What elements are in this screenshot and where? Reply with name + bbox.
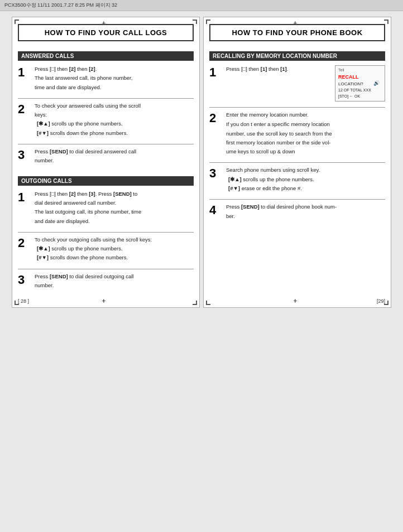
right-step-3-content: Search phone numbers using scroll key. [… bbox=[226, 166, 385, 194]
right-step-1: 1 Press [□] then [1] then [1]. Tell RECA… bbox=[209, 65, 385, 101]
step-2-line-4: [#▼] scrolls down the phone numbers. bbox=[37, 129, 194, 137]
right-step-3-line-2: [✱▲] scrolls up the phone numbers. bbox=[228, 176, 385, 183]
right-step-3-line-3: [#▼] erase or edit the phone #. bbox=[228, 185, 385, 192]
step-number-1: 1 bbox=[18, 66, 30, 79]
right-corner-tr bbox=[384, 20, 388, 24]
step-1-line-3: time and date are displayed. bbox=[35, 84, 194, 91]
step-2-content: To check your answered calls using the s… bbox=[35, 102, 194, 138]
right-page-number: [29] bbox=[377, 298, 385, 304]
out-step-2-content: To check your outgoing calls using the s… bbox=[35, 236, 194, 263]
right-corner-bl bbox=[206, 301, 210, 305]
right-step-2-line-2: If you don t enter a specific memory loc… bbox=[226, 120, 385, 128]
right-step-1-content: Press [□] then [1] then [1]. Tell RECALL… bbox=[226, 65, 385, 101]
step-3-content: Press [SEND] to dial desired answered ca… bbox=[35, 148, 194, 166]
out-step-3-line-2: number. bbox=[35, 282, 194, 289]
section-recalling-header: RECALLING BY MEMORY LOCATION NUMBER bbox=[209, 51, 385, 61]
display-line-4: 12 OF TOTAL XXX bbox=[338, 88, 371, 94]
right-step-4-line-1: Press [SEND] to dial desired phone book … bbox=[226, 203, 385, 210]
right-step-3-line-1: Search phone numbers using scroll key. bbox=[226, 166, 385, 173]
step-2-line-1: To check your answered calls using the s… bbox=[35, 102, 194, 109]
step-3-line-1: Press [SEND] to dial desired answered ca… bbox=[35, 148, 194, 155]
right-step-1-inner: Press [□] then [1] then [1]. Tell RECALL… bbox=[226, 65, 385, 101]
header-bar: PCX3500수정 11/11 2001.7.27 8:25 PM 페이지 32 bbox=[0, 0, 403, 11]
corner-br bbox=[193, 301, 197, 305]
right-step-number-1: 1 bbox=[209, 66, 222, 79]
right-step-1-line: Press [□] then [1] then [1]. bbox=[226, 65, 332, 72]
out-step-1-line-1: Press [□] then [2] then [3]. Press [SEND… bbox=[35, 190, 194, 197]
out-step-number-2: 2 bbox=[18, 237, 30, 249]
display-line-5: [STO] ← OK bbox=[338, 94, 371, 100]
out-step-1-line-3: The last outgoing call, its phone number… bbox=[35, 208, 194, 215]
crosshair-bottom-left: + bbox=[102, 297, 110, 305]
right-step-2-content: Enter the memory location number. If you… bbox=[226, 111, 385, 157]
right-step-number-3: 3 bbox=[209, 167, 222, 180]
display-icon: 🔊 bbox=[373, 80, 380, 88]
left-step-3: 3 Press [SEND] to dial desired answered … bbox=[18, 148, 194, 166]
corner-tl bbox=[15, 20, 19, 24]
step-number-3: 3 bbox=[18, 149, 30, 161]
header-text: PCX3500수정 11/11 2001.7.27 8:25 PM 페이지 32 bbox=[4, 2, 117, 8]
right-step-4: 4 Press [SEND] to dial desired phone boo… bbox=[209, 203, 385, 221]
out-step-2-line-1: To check your outgoing calls using the s… bbox=[35, 236, 194, 243]
out-step-2-line-3: [#▼] scrolls down the phone numbers. bbox=[37, 254, 194, 261]
pages-container: + HOW TO FIND YOUR CALL LOGS ANSWERED CA… bbox=[12, 17, 391, 308]
out-step-3-content: Press [SEND] to dial desired outgoing ca… bbox=[35, 273, 194, 291]
right-step-2-line-4: first memory location number or the side… bbox=[226, 139, 385, 146]
display-line-2: RECALL bbox=[338, 74, 371, 81]
left-page-number: [ 28 ] bbox=[18, 298, 29, 304]
step-2-line-2: keys: bbox=[35, 111, 194, 118]
out-step-1-line-4: and date are displayed. bbox=[35, 217, 194, 225]
right-step-2-line-1: Enter the memory location number. bbox=[226, 111, 385, 118]
display-line-3: LOCATION? bbox=[338, 81, 371, 88]
out-step-number-1: 1 bbox=[18, 191, 30, 204]
right-step-2-line-5: ume keys to scroll up & down bbox=[226, 148, 385, 155]
corner-tr bbox=[193, 20, 197, 24]
right-corner-tl bbox=[206, 20, 210, 24]
left-out-step-1: 1 Press [□] then [2] then [3]. Press [SE… bbox=[18, 190, 194, 226]
right-step-2: 2 Enter the memory location number. If y… bbox=[209, 111, 385, 157]
step-1-content: Press [□] then [2] then [2]. The last an… bbox=[35, 65, 194, 93]
right-step-4-content: Press [SEND] to dial desired phone book … bbox=[226, 203, 385, 221]
step-1-line-1: Press [□] then [2] then [2]. bbox=[35, 65, 194, 72]
crosshair-top-left: + bbox=[102, 20, 110, 27]
display-content: Tell RECALL LOCATION? 12 OF TOTAL XXX [S… bbox=[338, 67, 371, 99]
right-page: + HOW TO FIND YOUR PHONE BOOK RECALLING … bbox=[203, 17, 391, 308]
out-step-1-line-2: dial desired answered call number. bbox=[35, 199, 194, 206]
step-3-line-2: number. bbox=[35, 157, 194, 164]
left-out-step-2: 2 To check your outgoing calls using the… bbox=[18, 236, 194, 263]
right-step-number-2: 2 bbox=[209, 112, 222, 124]
out-step-3-line-1: Press [SEND] to dial desired outgoing ca… bbox=[35, 273, 194, 280]
section-answered-calls-header: ANSWERED CALLS bbox=[18, 51, 194, 61]
left-step-1: 1 Press [□] then [2] then [2]. The last … bbox=[18, 65, 194, 93]
crosshair-bottom-right: + bbox=[294, 297, 301, 305]
step-2-line-3: [✱▲] scrolls up the phone numbers. bbox=[37, 120, 194, 127]
display-line-1: Tell bbox=[338, 67, 371, 74]
step-number-2: 2 bbox=[18, 103, 30, 115]
phone-display: Tell RECALL LOCATION? 12 OF TOTAL XXX [S… bbox=[335, 65, 385, 101]
right-step-number-4: 4 bbox=[209, 204, 222, 216]
right-step-1-text: Press [□] then [1] then [1]. bbox=[226, 65, 332, 74]
crosshair-top-right: + bbox=[294, 20, 301, 27]
right-step-4-line-2: ber. bbox=[226, 212, 385, 220]
section-outgoing-calls-header: OUTGOING CALLS bbox=[18, 176, 194, 186]
left-out-step-3: 3 Press [SEND] to dial desired outgoing … bbox=[18, 273, 194, 291]
out-step-1-content: Press [□] then [2] then [3]. Press [SEND… bbox=[35, 190, 194, 226]
out-step-number-3: 3 bbox=[18, 274, 30, 286]
left-step-2: 2 To check your answered calls using the… bbox=[18, 102, 194, 138]
out-step-2-line-2: [✱▲] scrolls up the phone numbers. bbox=[37, 245, 194, 252]
step-1-line-2: The last answered call, its phone number… bbox=[35, 74, 194, 81]
right-step-2-line-3: number, use the scroll key to search fro… bbox=[226, 130, 385, 137]
right-step-3: 3 Search phone numbers using scroll key.… bbox=[209, 166, 385, 194]
left-page: + HOW TO FIND YOUR CALL LOGS ANSWERED CA… bbox=[12, 17, 200, 308]
